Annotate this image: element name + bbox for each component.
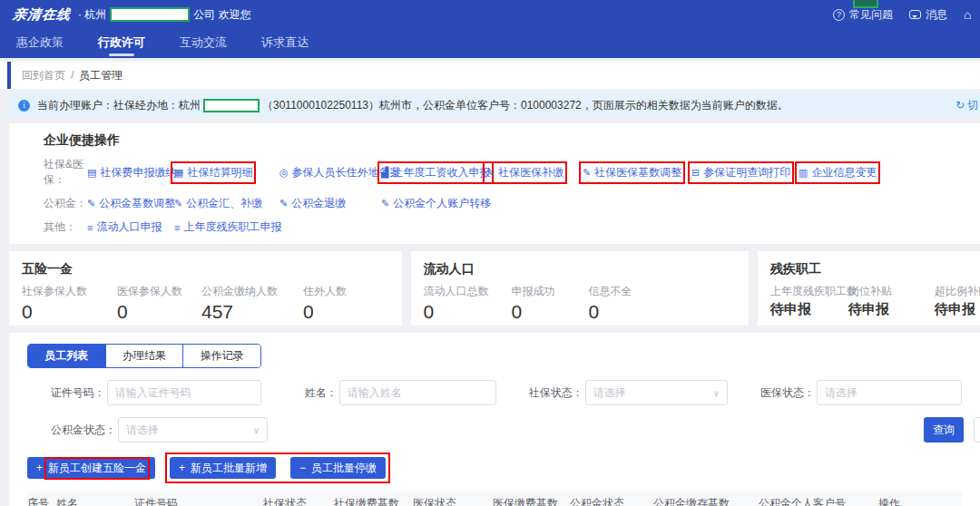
metric-medical-insured: 医保参保人数0 (117, 284, 201, 323)
quick-op-fund-account-transfer[interactable]: ✎公积金个人账户转移 (381, 196, 491, 211)
tab-employee-list[interactable]: 员工列表 (28, 345, 105, 367)
medical-status-input[interactable] (817, 380, 962, 405)
notice-prefix: 当前办理账户：社保经办地：杭州 (37, 98, 201, 113)
breadcrumb-separator: / (71, 69, 74, 82)
quick-op-social-medical-repay[interactable]: ✎社保医保补缴 (486, 165, 564, 180)
quick-op-migrant-population-declare[interactable]: ≡流动人口申报 (87, 219, 162, 235)
quick-op-fund-base-adjust[interactable]: ✎公积金基数调整 (87, 196, 175, 211)
metric-living-outside: 住外人数0 (303, 284, 389, 323)
plus-icon: + (36, 462, 43, 474)
quick-ops-row-social: 社保&医保： ▤社保费申报缴纳 ▦社保结算明细 ◎参保人员长住外地备案 ▟上年度… (44, 157, 980, 188)
employee-table-card: 员工列表 办理结果 操作记录 证件号码： 姓名： 社保状态： 请选择 ∨ 医保状… (9, 333, 980, 506)
create-five-insurance-button[interactable]: + 新员工创建五险一金 (27, 457, 155, 479)
top-header: 亲清在线 · 杭州 公司 欢迎您 ? 常见问题 消息 ⌂ (0, 0, 980, 29)
batch-add-employee-button[interactable]: + 新员工批量新增 (170, 457, 276, 479)
edit-icon: ✎ (583, 167, 591, 179)
employee-table: 序号 姓名 证件号码 社保状态 社保缴费基数 医保状态 医保缴费基数 公积金状态… (27, 491, 962, 506)
messages-label: 消息 (926, 7, 947, 23)
welcome-prefix: · 杭州 (78, 7, 106, 23)
accent-bar (7, 62, 11, 89)
header-actions: ? 常见问题 消息 ⌂ (833, 0, 980, 29)
plus-icon: + (179, 462, 185, 474)
quick-op-social-fee-declare[interactable]: ▤社保费申报缴纳 (87, 165, 176, 180)
quick-ops-row-fund: 公积金： ✎公积金基数调整 ✎公积金汇、补缴 ✎公积金退缴 ✎公积金个人账户转移 (44, 196, 980, 211)
social-status-label: 社保状态： (529, 385, 583, 401)
list-icon: ≡ (87, 222, 93, 233)
metric-migrant-total: 流动人口总数0 (424, 284, 512, 323)
switch-label: 切 (967, 98, 978, 113)
quick-ops-row-other: 其他： ≡流动人口申报 ≡上年度残疾职工申报 (44, 219, 980, 235)
edit-icon: ✎ (174, 198, 182, 209)
messages-link[interactable]: 消息 (909, 7, 947, 23)
quick-operations-card: 企业便捷操作 社保&医保： ▤社保费申报缴纳 ▦社保结算明细 ◎参保人员长住外地… (9, 123, 980, 244)
stats-row: 五险一金 社保参保人数0 医保参保人数0 公积金缴纳人数457 住外人数0 流动… (9, 251, 980, 326)
notice-suffix: （3011000102250113）杭州市，公积金单位客户号：010000327… (262, 98, 789, 113)
nav-item-licensing[interactable]: 行政许可 (98, 29, 145, 58)
breadcrumb-home-link[interactable]: 回到首页 (22, 68, 65, 83)
metric-social-insured: 社保参保人数0 (22, 284, 117, 323)
target-icon: ◎ (279, 167, 289, 179)
building-icon[interactable]: ⌂ (964, 7, 976, 22)
id-number-input[interactable] (107, 380, 261, 405)
nav-item-appeals[interactable]: 诉求直达 (261, 29, 309, 58)
filter-row-2: 公积金状态： 请选择 ∨ 查询 重置 (27, 417, 962, 443)
search-button[interactable]: 查询 (924, 417, 964, 443)
edit-icon: ✎ (381, 198, 389, 209)
message-icon (909, 10, 921, 19)
welcome-suffix: 公司 欢迎您 (193, 7, 250, 23)
stats-card-migrant-population: 流动人口 流动人口总数0 申报成功0 信息不全0 (411, 251, 749, 326)
switch-icon: ↻ (956, 99, 965, 112)
batch-stop-payment-button[interactable]: − 员工批量停缴 (290, 457, 386, 479)
name-input[interactable] (339, 380, 496, 405)
redacted-account-name (203, 99, 260, 112)
metric-info-incomplete: 信息不全0 (589, 284, 736, 323)
question-icon: ? (833, 9, 845, 21)
quick-op-disabled-staff-declare[interactable]: ≡上年度残疾职工申报 (174, 219, 281, 235)
quick-op-fund-refund[interactable]: ✎公积金退缴 (279, 196, 346, 211)
quick-op-insurance-proof-print[interactable]: ⊟参保证明查询打印 (691, 165, 790, 180)
quick-op-company-info-change[interactable]: ▥企业信息变更 (799, 165, 877, 180)
switch-account-link[interactable]: ↻ 切 (952, 98, 978, 113)
metric-over-ratio-subsidy: 超比例补贴待申报 (935, 284, 980, 318)
nav-item-interaction[interactable]: 互动交流 (180, 29, 227, 58)
tab-group: 员工列表 办理结果 操作记录 (27, 344, 261, 368)
chart-icon: ▟ (381, 167, 388, 179)
list-icon: ≡ (174, 222, 180, 233)
social-status-select[interactable]: 请选择 ∨ (585, 380, 728, 405)
stats-card-disabled-staff: 残疾职工 上年度残疾职工数待申报 岗位补贴待申报 超比例补贴待申报 (758, 251, 980, 326)
faq-link[interactable]: ? 常见问题 (833, 7, 893, 23)
bar-chart-icon: ▥ (799, 167, 808, 179)
annotated-button-group: + 新员工批量新增 − 员工批量停缴 (170, 457, 386, 479)
card-icon: ▤ (87, 167, 96, 179)
fund-status-label: 公积金状态： (27, 423, 116, 438)
quick-op-social-settlement-detail[interactable]: ▦社保结算明细 (174, 165, 252, 180)
app-logo[interactable]: 亲清在线 (12, 6, 72, 24)
nav-item-policy[interactable]: 惠企政策 (16, 29, 64, 58)
row-label-other: 其他： (44, 219, 87, 235)
minus-icon: − (299, 462, 306, 474)
account-notice-bar: i 当前办理账户：社保经办地：杭州 （3011000102250113）杭州市，… (9, 94, 980, 116)
edit-icon: ✎ (486, 167, 495, 179)
metric-declare-success: 申报成功0 (512, 284, 589, 323)
fund-status-select[interactable]: 请选择 ∨ (118, 417, 268, 443)
table-header-row: 序号 姓名 证件号码 社保状态 社保缴费基数 医保状态 医保缴费基数 公积金状态… (27, 491, 962, 506)
stats-card-five-insurances: 五险一金 社保参保人数0 医保参保人数0 公积金缴纳人数457 住外人数0 (9, 251, 402, 326)
reset-button[interactable]: 重置 (974, 417, 980, 443)
faq-label: 常见问题 (849, 7, 893, 23)
page-title: 员工管理 (79, 68, 122, 83)
action-buttons-row: + 新员工创建五险一金 + 新员工批量新增 − 员工批量停缴 (27, 457, 962, 479)
quick-op-annual-wage-declare[interactable]: ▟上年度工资收入申报 (381, 165, 490, 180)
metric-post-subsidy: 岗位补贴待申报 (848, 284, 935, 318)
chevron-down-icon: ∨ (253, 425, 260, 435)
filter-row-1: 证件号码： 姓名： 社保状态： 请选择 ∨ 医保状态： (27, 380, 962, 405)
printer-icon: ⊟ (691, 167, 700, 179)
quick-operations-title: 企业便捷操作 (44, 132, 980, 149)
tab-operation-records[interactable]: 操作记录 (182, 345, 260, 367)
name-label: 姓名： (305, 385, 338, 401)
document-icon: ▦ (174, 167, 183, 179)
quick-op-fund-remit-repay[interactable]: ✎公积金汇、补缴 (174, 196, 262, 211)
tab-processing-results[interactable]: 办理结果 (105, 345, 183, 367)
quick-op-social-medical-base-adjust[interactable]: ✎社保医保基数调整 (583, 165, 681, 180)
row-label-fund: 公积金： (44, 196, 87, 211)
breadcrumb: 回到首页 / 员工管理 (0, 62, 980, 89)
